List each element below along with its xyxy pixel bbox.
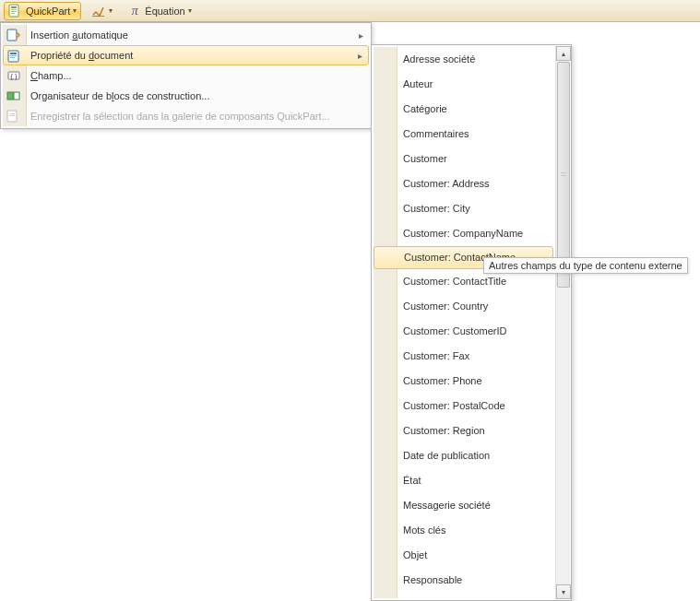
menu-item[interactable]: Organisateur de blocs de construction... — [3, 86, 369, 106]
submenu-item-label: Customer: CustomerID — [403, 325, 506, 336]
submenu-item-label: Adresse société — [403, 53, 475, 65]
submenu-item-label: État — [403, 475, 421, 486]
svg-rect-9 — [10, 55, 17, 56]
submenu-item[interactable]: Messagerie société — [372, 493, 555, 518]
svg-rect-5 — [92, 16, 104, 17]
menu-item-label: Insertion automatique — [30, 29, 128, 41]
menu-item-icon — [7, 49, 22, 64]
svg-rect-16 — [9, 113, 15, 114]
chevron-right-icon: ▸ — [359, 30, 363, 41]
menu-item-label: Propriété du document — [30, 50, 133, 61]
menu-item-icon — [6, 88, 21, 103]
tooltip: Autres champs du type de contenu externe — [483, 257, 688, 274]
submenu-item-label: Commentaires — [403, 128, 469, 139]
submenu-item-label: Date de publication — [403, 450, 490, 461]
submenu-item-label: Responsable — [403, 574, 462, 585]
submenu-item-label: Customer: Fax — [403, 350, 469, 361]
submenu-item[interactable]: Objet — [372, 543, 555, 568]
submenu-item-label: Mots clés — [403, 524, 445, 536]
submenu-item[interactable]: Customer: PostalCode — [372, 394, 555, 418]
signature-button[interactable]: ▾ — [87, 2, 117, 20]
submenu-item[interactable]: Date de publication — [372, 443, 555, 468]
submenu-item-label: Messagerie société — [403, 500, 491, 511]
tooltip-text: Autres champs du type de contenu externe — [489, 260, 682, 271]
submenu-item[interactable]: État — [372, 468, 555, 493]
svg-rect-4 — [11, 13, 15, 14]
quickpart-icon — [8, 4, 23, 18]
signature-icon — [91, 4, 106, 18]
scroll-down-button[interactable]: ▾ — [556, 584, 571, 599]
submenu-item[interactable]: Responsable — [372, 568, 555, 593]
submenu-item-label: Customer: Region — [403, 425, 485, 436]
chevron-down-icon: ▾ — [73, 3, 77, 19]
quickpart-menu: Insertion automatique▸Propriété du docum… — [0, 22, 372, 129]
menu-item: Enregistrer la sélection dans la galerie… — [3, 106, 369, 126]
submenu-item-label: Customer — [403, 153, 447, 164]
scroll-thumb[interactable] — [557, 62, 570, 288]
menu-item-label: Enregistrer la sélection dans la galerie… — [30, 111, 330, 122]
submenu-item[interactable]: Customer: Region — [372, 418, 555, 443]
quickpart-label: QuickPart — [26, 3, 70, 19]
menu-item[interactable]: Propriété du document▸ — [3, 45, 369, 65]
chevron-down-icon: ▾ — [109, 3, 113, 19]
submenu-item[interactable]: Customer: City — [372, 196, 555, 221]
menu-item[interactable]: { }Champ... — [3, 65, 369, 86]
menu-item-icon — [6, 28, 21, 42]
submenu-item[interactable]: Customer: CompanyName — [372, 221, 555, 246]
svg-text:{ }: { } — [10, 72, 18, 80]
submenu-item-label: Customer: City — [403, 203, 470, 214]
svg-rect-0 — [9, 5, 18, 17]
submenu-item-label: Customer: PostalCode — [403, 400, 505, 411]
submenu-item-label: Customer: Country — [403, 300, 488, 312]
submenu-item[interactable]: Auteur — [372, 72, 555, 97]
submenu-item-label: Customer: Address — [403, 178, 490, 189]
submenu-item[interactable]: Customer: Country — [372, 294, 555, 319]
submenu-item-label: Auteur — [403, 78, 433, 89]
equation-label: Équation — [145, 3, 184, 19]
submenu-item-label: Customer: Phone — [403, 375, 482, 386]
equation-button[interactable]: π Équation ▾ — [123, 2, 196, 20]
submenu-item[interactable]: Customer: Fax — [372, 344, 555, 369]
submenu-item[interactable]: Adresse société — [372, 47, 555, 72]
submenu-item[interactable]: Customer: Address — [372, 171, 555, 196]
svg-rect-3 — [11, 11, 17, 12]
submenu-item[interactable]: Customer: Phone — [372, 369, 555, 394]
submenu-item-label: Customer: ContactTitle — [403, 276, 506, 287]
svg-rect-8 — [10, 53, 17, 54]
scrollbar[interactable]: ▴ ▾ — [555, 46, 570, 599]
svg-rect-6 — [7, 29, 17, 41]
svg-rect-13 — [7, 92, 13, 100]
menu-item-label: Organisateur de blocs de construction... — [30, 90, 209, 101]
quickpart-button[interactable]: QuickPart ▾ — [4, 2, 81, 20]
submenu-item[interactable]: Customer — [372, 147, 555, 171]
menu-item[interactable]: Insertion automatique▸ — [3, 25, 369, 45]
svg-rect-1 — [11, 6, 17, 8]
scroll-up-button[interactable]: ▴ — [556, 46, 571, 61]
submenu-item[interactable]: Commentaires — [372, 122, 555, 147]
svg-rect-17 — [9, 115, 15, 116]
chevron-right-icon: ▸ — [358, 51, 362, 61]
pi-icon: π — [127, 4, 142, 18]
submenu-item-label: Catégorie — [403, 103, 447, 114]
chevron-down-icon: ▾ — [188, 3, 192, 19]
menu-item-icon: { } — [6, 68, 21, 83]
submenu-item-label: Customer: CompanyName — [403, 228, 523, 239]
document-property-submenu: Adresse sociétéAuteurCatégorieCommentair… — [371, 44, 572, 601]
menu-item-icon — [6, 109, 21, 124]
svg-rect-10 — [10, 57, 15, 58]
svg-rect-2 — [11, 9, 17, 10]
submenu-item-label: Objet — [403, 549, 427, 560]
ribbon: QuickPart ▾ ▾ π Équation ▾ — [0, 0, 700, 22]
submenu-item[interactable]: Résumé — [372, 593, 555, 601]
submenu-item[interactable]: Mots clés — [372, 518, 555, 543]
submenu-item[interactable]: Customer: CustomerID — [372, 319, 555, 344]
menu-item-label: Champ... — [30, 70, 72, 81]
svg-rect-14 — [14, 92, 19, 100]
submenu-item[interactable]: Catégorie — [372, 97, 555, 122]
